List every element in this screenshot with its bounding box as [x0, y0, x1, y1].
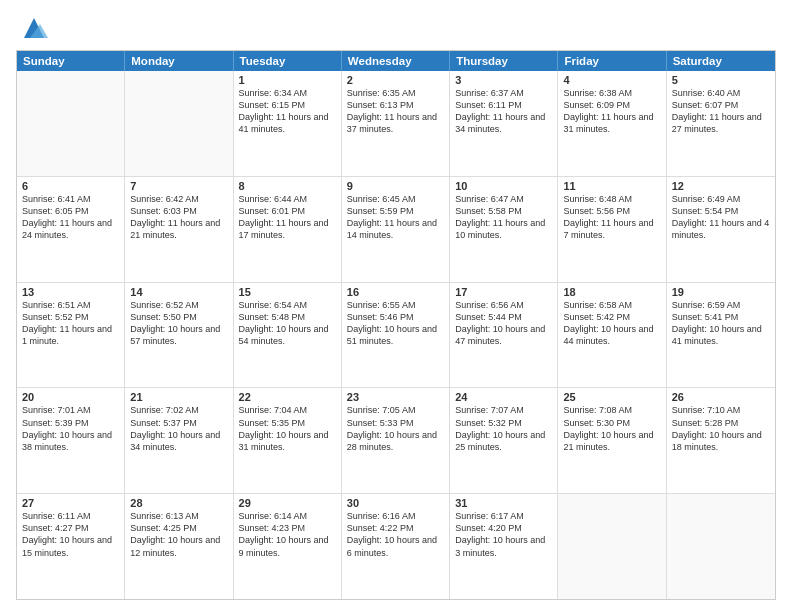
day-number: 4 [563, 74, 660, 86]
cal-cell: 15Sunrise: 6:54 AM Sunset: 5:48 PM Dayli… [234, 283, 342, 388]
day-number: 18 [563, 286, 660, 298]
cal-cell: 25Sunrise: 7:08 AM Sunset: 5:30 PM Dayli… [558, 388, 666, 493]
week-row-1: 1Sunrise: 6:34 AM Sunset: 6:15 PM Daylig… [17, 71, 775, 177]
cal-cell: 14Sunrise: 6:52 AM Sunset: 5:50 PM Dayli… [125, 283, 233, 388]
cal-cell: 28Sunrise: 6:13 AM Sunset: 4:25 PM Dayli… [125, 494, 233, 599]
cal-cell: 5Sunrise: 6:40 AM Sunset: 6:07 PM Daylig… [667, 71, 775, 176]
day-info: Sunrise: 6:47 AM Sunset: 5:58 PM Dayligh… [455, 193, 552, 242]
day-info: Sunrise: 6:59 AM Sunset: 5:41 PM Dayligh… [672, 299, 770, 348]
week-row-4: 20Sunrise: 7:01 AM Sunset: 5:39 PM Dayli… [17, 388, 775, 494]
col-header-sunday: Sunday [17, 51, 125, 71]
day-info: Sunrise: 7:10 AM Sunset: 5:28 PM Dayligh… [672, 404, 770, 453]
day-info: Sunrise: 7:08 AM Sunset: 5:30 PM Dayligh… [563, 404, 660, 453]
day-number: 15 [239, 286, 336, 298]
cal-cell: 3Sunrise: 6:37 AM Sunset: 6:11 PM Daylig… [450, 71, 558, 176]
cal-cell [558, 494, 666, 599]
day-info: Sunrise: 6:44 AM Sunset: 6:01 PM Dayligh… [239, 193, 336, 242]
cal-cell: 1Sunrise: 6:34 AM Sunset: 6:15 PM Daylig… [234, 71, 342, 176]
cal-cell: 7Sunrise: 6:42 AM Sunset: 6:03 PM Daylig… [125, 177, 233, 282]
day-number: 21 [130, 391, 227, 403]
day-info: Sunrise: 6:13 AM Sunset: 4:25 PM Dayligh… [130, 510, 227, 559]
day-number: 27 [22, 497, 119, 509]
day-number: 13 [22, 286, 119, 298]
day-number: 1 [239, 74, 336, 86]
day-info: Sunrise: 6:52 AM Sunset: 5:50 PM Dayligh… [130, 299, 227, 348]
day-number: 16 [347, 286, 444, 298]
cal-cell [17, 71, 125, 176]
cal-cell: 31Sunrise: 6:17 AM Sunset: 4:20 PM Dayli… [450, 494, 558, 599]
day-info: Sunrise: 6:38 AM Sunset: 6:09 PM Dayligh… [563, 87, 660, 136]
cal-cell: 12Sunrise: 6:49 AM Sunset: 5:54 PM Dayli… [667, 177, 775, 282]
day-number: 14 [130, 286, 227, 298]
cal-cell: 24Sunrise: 7:07 AM Sunset: 5:32 PM Dayli… [450, 388, 558, 493]
cal-cell: 6Sunrise: 6:41 AM Sunset: 6:05 PM Daylig… [17, 177, 125, 282]
day-number: 31 [455, 497, 552, 509]
day-number: 28 [130, 497, 227, 509]
day-number: 2 [347, 74, 444, 86]
day-info: Sunrise: 7:02 AM Sunset: 5:37 PM Dayligh… [130, 404, 227, 453]
cal-cell: 23Sunrise: 7:05 AM Sunset: 5:33 PM Dayli… [342, 388, 450, 493]
header [16, 12, 776, 42]
logo-icon [20, 14, 48, 42]
cal-cell: 16Sunrise: 6:55 AM Sunset: 5:46 PM Dayli… [342, 283, 450, 388]
day-number: 26 [672, 391, 770, 403]
day-number: 6 [22, 180, 119, 192]
col-header-monday: Monday [125, 51, 233, 71]
calendar-header-row: SundayMondayTuesdayWednesdayThursdayFrid… [17, 51, 775, 71]
day-info: Sunrise: 6:51 AM Sunset: 5:52 PM Dayligh… [22, 299, 119, 348]
cal-cell: 9Sunrise: 6:45 AM Sunset: 5:59 PM Daylig… [342, 177, 450, 282]
day-info: Sunrise: 6:35 AM Sunset: 6:13 PM Dayligh… [347, 87, 444, 136]
calendar: SundayMondayTuesdayWednesdayThursdayFrid… [16, 50, 776, 600]
day-info: Sunrise: 6:55 AM Sunset: 5:46 PM Dayligh… [347, 299, 444, 348]
cal-cell: 8Sunrise: 6:44 AM Sunset: 6:01 PM Daylig… [234, 177, 342, 282]
week-row-3: 13Sunrise: 6:51 AM Sunset: 5:52 PM Dayli… [17, 283, 775, 389]
day-number: 3 [455, 74, 552, 86]
cal-cell: 30Sunrise: 6:16 AM Sunset: 4:22 PM Dayli… [342, 494, 450, 599]
day-number: 9 [347, 180, 444, 192]
day-info: Sunrise: 6:37 AM Sunset: 6:11 PM Dayligh… [455, 87, 552, 136]
day-number: 29 [239, 497, 336, 509]
day-info: Sunrise: 6:48 AM Sunset: 5:56 PM Dayligh… [563, 193, 660, 242]
day-info: Sunrise: 6:49 AM Sunset: 5:54 PM Dayligh… [672, 193, 770, 242]
day-info: Sunrise: 6:34 AM Sunset: 6:15 PM Dayligh… [239, 87, 336, 136]
day-info: Sunrise: 7:04 AM Sunset: 5:35 PM Dayligh… [239, 404, 336, 453]
day-info: Sunrise: 7:01 AM Sunset: 5:39 PM Dayligh… [22, 404, 119, 453]
cal-cell: 17Sunrise: 6:56 AM Sunset: 5:44 PM Dayli… [450, 283, 558, 388]
day-number: 23 [347, 391, 444, 403]
day-number: 5 [672, 74, 770, 86]
day-info: Sunrise: 6:11 AM Sunset: 4:27 PM Dayligh… [22, 510, 119, 559]
day-number: 10 [455, 180, 552, 192]
cal-cell: 22Sunrise: 7:04 AM Sunset: 5:35 PM Dayli… [234, 388, 342, 493]
cal-cell [125, 71, 233, 176]
calendar-body: 1Sunrise: 6:34 AM Sunset: 6:15 PM Daylig… [17, 71, 775, 599]
day-number: 19 [672, 286, 770, 298]
day-number: 8 [239, 180, 336, 192]
cal-cell: 26Sunrise: 7:10 AM Sunset: 5:28 PM Dayli… [667, 388, 775, 493]
day-info: Sunrise: 7:07 AM Sunset: 5:32 PM Dayligh… [455, 404, 552, 453]
day-info: Sunrise: 6:56 AM Sunset: 5:44 PM Dayligh… [455, 299, 552, 348]
cal-cell: 10Sunrise: 6:47 AM Sunset: 5:58 PM Dayli… [450, 177, 558, 282]
col-header-friday: Friday [558, 51, 666, 71]
day-info: Sunrise: 6:42 AM Sunset: 6:03 PM Dayligh… [130, 193, 227, 242]
cal-cell: 19Sunrise: 6:59 AM Sunset: 5:41 PM Dayli… [667, 283, 775, 388]
col-header-saturday: Saturday [667, 51, 775, 71]
day-info: Sunrise: 6:45 AM Sunset: 5:59 PM Dayligh… [347, 193, 444, 242]
cal-cell: 21Sunrise: 7:02 AM Sunset: 5:37 PM Dayli… [125, 388, 233, 493]
day-number: 7 [130, 180, 227, 192]
cal-cell: 2Sunrise: 6:35 AM Sunset: 6:13 PM Daylig… [342, 71, 450, 176]
col-header-tuesday: Tuesday [234, 51, 342, 71]
day-number: 24 [455, 391, 552, 403]
cal-cell: 13Sunrise: 6:51 AM Sunset: 5:52 PM Dayli… [17, 283, 125, 388]
day-number: 22 [239, 391, 336, 403]
cal-cell: 27Sunrise: 6:11 AM Sunset: 4:27 PM Dayli… [17, 494, 125, 599]
col-header-wednesday: Wednesday [342, 51, 450, 71]
cal-cell: 4Sunrise: 6:38 AM Sunset: 6:09 PM Daylig… [558, 71, 666, 176]
logo [16, 16, 48, 42]
day-info: Sunrise: 6:16 AM Sunset: 4:22 PM Dayligh… [347, 510, 444, 559]
day-number: 11 [563, 180, 660, 192]
day-info: Sunrise: 6:17 AM Sunset: 4:20 PM Dayligh… [455, 510, 552, 559]
cal-cell: 18Sunrise: 6:58 AM Sunset: 5:42 PM Dayli… [558, 283, 666, 388]
day-number: 17 [455, 286, 552, 298]
day-number: 25 [563, 391, 660, 403]
week-row-2: 6Sunrise: 6:41 AM Sunset: 6:05 PM Daylig… [17, 177, 775, 283]
